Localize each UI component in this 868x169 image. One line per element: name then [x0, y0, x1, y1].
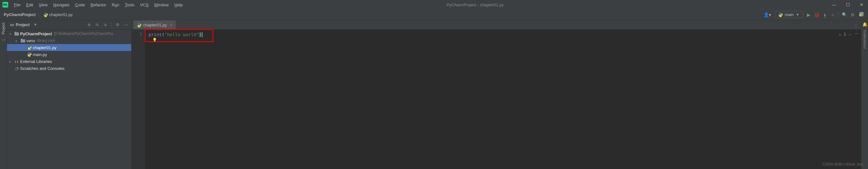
- python-icon: [137, 23, 141, 27]
- project-tree[interactable]: ▾ PyCharmProject D:\Software\PyCharm\PyC…: [7, 30, 131, 169]
- intention-bulb-icon[interactable]: 💡: [152, 38, 157, 42]
- python-icon: [43, 12, 48, 17]
- separator: [838, 12, 838, 18]
- warning-count: 1: [844, 32, 846, 36]
- chevron-down-icon: ▼: [796, 12, 800, 17]
- right-tool-gutter: 🔔 Notifications: [861, 20, 868, 169]
- separator: [111, 22, 112, 27]
- line-gutter[interactable]: 1: [131, 30, 145, 169]
- expand-icon[interactable]: ▸: [9, 60, 14, 63]
- project-panel: ▭ Project ▼ ⊕ ⇆ ⇲ ⚙ — ▾ PyCharmProject D…: [7, 20, 131, 169]
- prev-highlight-icon[interactable]: ︿: [848, 31, 852, 37]
- maximize-button[interactable]: ☐: [844, 2, 851, 7]
- python-icon: [778, 12, 783, 17]
- window-title: PyCharmProject - chapter01.py: [183, 2, 767, 7]
- panel-title[interactable]: ▭ Project ▼: [10, 22, 37, 27]
- expand-all-icon[interactable]: ⇆: [95, 22, 99, 27]
- menu-window[interactable]: Window: [154, 2, 169, 7]
- code-content[interactable]: print("hello world") 💡 ⚠ 1 ︿ ﹀: [145, 30, 861, 169]
- run-config-label: main: [784, 12, 794, 17]
- menubar: File Edit View Navigate Code Refactor Ru…: [14, 2, 183, 7]
- breadcrumb[interactable]: PyCharmProject 〉 chapter01.py: [4, 12, 73, 18]
- editor-tabbar: chapter01.py × ⋮: [131, 20, 861, 30]
- code-editor[interactable]: 1 print("hello world") 💡 ⚠ 1 ︿ ﹀: [131, 30, 861, 169]
- libraries-icon: ⫾⫾: [14, 59, 20, 64]
- debug-button[interactable]: 🐞: [814, 12, 819, 17]
- chevron-down-icon: ▼: [33, 22, 37, 27]
- folder-icon: [14, 32, 20, 36]
- svg-rect-0: [14, 32, 19, 36]
- project-panel-header: ▭ Project ▼ ⊕ ⇆ ⇲ ⚙ —: [7, 20, 131, 30]
- navbar-right: 👤▾ main ▼ ▶ 🐞 ⏵̤ ■ 🔍 ⚙: [764, 11, 864, 18]
- menu-help[interactable]: Help: [174, 2, 183, 7]
- tree-file-main[interactable]: main.py: [7, 51, 131, 58]
- structure-tool-icon[interactable]: ▭: [2, 37, 5, 42]
- tree-external-libs[interactable]: ▸ ⫾⫾ External Libraries: [7, 58, 131, 65]
- breadcrumb-file[interactable]: chapter01.py: [43, 12, 73, 17]
- main: Project ▭ ▭ Project ▼ ⊕ ⇆ ⇲ ⚙ — ▾ PyCh: [0, 20, 868, 169]
- settings-icon[interactable]: ⚙: [851, 12, 855, 17]
- left-tool-gutter: Project ▭: [0, 20, 7, 169]
- svg-rect-1: [14, 32, 17, 33]
- navbar: PyCharmProject 〉 chapter01.py 👤▾ main ▼ …: [0, 9, 868, 20]
- expand-icon[interactable]: ▾: [9, 32, 14, 36]
- menu-view[interactable]: View: [39, 2, 48, 7]
- ai-assistant-icon[interactable]: [859, 11, 864, 18]
- gear-icon[interactable]: ⚙: [116, 22, 120, 27]
- menu-edit[interactable]: Edit: [26, 2, 33, 7]
- tab-label: chapter01.py: [143, 23, 167, 27]
- menu-run[interactable]: Run: [112, 2, 119, 7]
- notifications-icon[interactable]: 🔔: [862, 22, 867, 27]
- tree-scratches[interactable]: ◔ Scratches and Consoles: [7, 65, 131, 72]
- search-icon[interactable]: 🔍: [842, 12, 847, 17]
- panel-tools: ⊕ ⇆ ⇲ ⚙ —: [88, 22, 128, 27]
- python-icon: [26, 45, 32, 50]
- app-icon: PC: [2, 2, 8, 7]
- select-opened-file-icon[interactable]: ⊕: [88, 22, 91, 27]
- run-config-selector[interactable]: main ▼: [775, 11, 803, 18]
- run-button[interactable]: ▶: [807, 12, 810, 17]
- folder-icon: [20, 39, 26, 42]
- collapse-all-icon[interactable]: ⇲: [103, 22, 107, 27]
- line-number[interactable]: 1: [131, 31, 142, 36]
- project-tool-tab[interactable]: Project: [1, 23, 6, 34]
- window-controls: ― ☐ ✕: [830, 2, 866, 7]
- scratches-icon: ◔: [14, 66, 20, 71]
- menu-vcs[interactable]: VCS: [140, 2, 149, 7]
- tree-venv[interactable]: ▸ venv library root: [7, 37, 131, 44]
- expand-icon[interactable]: ▸: [16, 39, 20, 42]
- menu-refactor[interactable]: Refactor: [91, 2, 106, 7]
- hide-panel-icon[interactable]: —: [124, 22, 128, 27]
- close-tab-icon[interactable]: ×: [170, 23, 172, 27]
- minimize-button[interactable]: ―: [830, 2, 838, 7]
- watermark: CSDN @帅小伙low_key: [823, 162, 863, 167]
- user-icon[interactable]: 👤▾: [764, 12, 771, 17]
- menu-navigate[interactable]: Navigate: [53, 2, 69, 7]
- svg-rect-2: [21, 39, 25, 42]
- project-view-icon: ▭: [10, 22, 14, 27]
- notifications-tool-tab[interactable]: Notifications: [863, 30, 867, 49]
- menu-file[interactable]: File: [14, 2, 21, 7]
- next-highlight-icon[interactable]: ﹀: [855, 31, 859, 37]
- svg-rect-3: [21, 39, 23, 40]
- titlebar: PC File Edit View Navigate Code Refactor…: [0, 0, 868, 9]
- editor-tab-chapter01[interactable]: chapter01.py ×: [133, 21, 176, 29]
- warning-icon: ⚠: [839, 32, 841, 36]
- breadcrumb-separator: 〉: [37, 12, 41, 18]
- breadcrumb-root[interactable]: PyCharmProject: [4, 12, 36, 17]
- stop-button[interactable]: ■: [832, 12, 834, 17]
- close-button[interactable]: ✕: [858, 2, 866, 7]
- tree-file-chapter01[interactable]: chapter01.py: [7, 44, 131, 51]
- editor-inspections[interactable]: ⚠ 1 ︿ ﹀: [839, 31, 859, 37]
- menu-tools[interactable]: Tools: [125, 2, 134, 7]
- coverage-button[interactable]: ⏵̤: [823, 12, 828, 17]
- editor-area: chapter01.py × ⋮ 1 print("hello world") …: [131, 20, 861, 169]
- python-icon: [26, 52, 32, 57]
- menu-code[interactable]: Code: [75, 2, 85, 7]
- tab-list-icon[interactable]: ⋮: [854, 23, 861, 29]
- code-line[interactable]: print("hello world"): [149, 31, 861, 38]
- tree-root[interactable]: ▾ PyCharmProject D:\Software\PyCharm\PyC…: [7, 30, 131, 37]
